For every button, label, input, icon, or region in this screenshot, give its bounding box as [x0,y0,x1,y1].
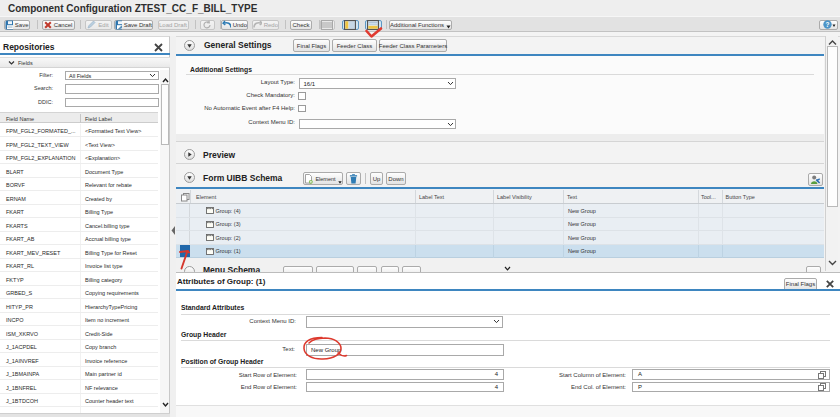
svg-text:?: ? [826,21,830,28]
